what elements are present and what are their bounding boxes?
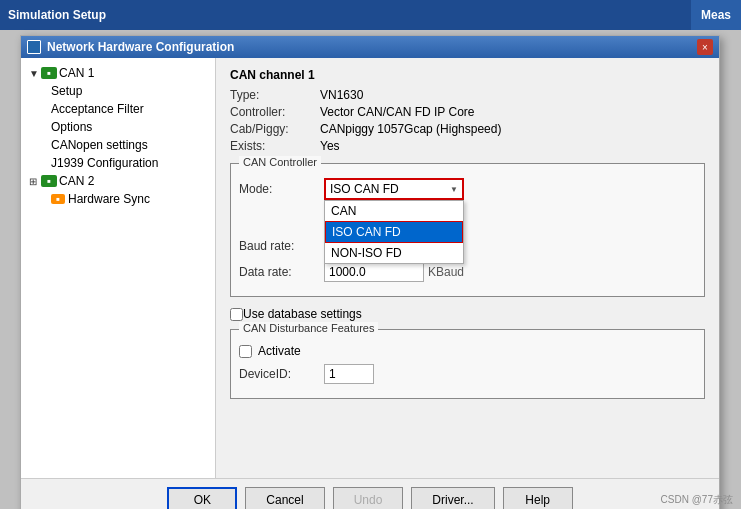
close-button[interactable]: ×: [697, 39, 713, 55]
taskbar: Simulation Setup Meas: [0, 0, 741, 30]
can2-icon: ■: [41, 175, 57, 187]
device-id-input[interactable]: [324, 364, 374, 384]
device-id-row: DeviceID:: [239, 364, 696, 384]
controller-value: Vector CAN/CAN FD IP Core: [320, 105, 475, 119]
data-rate-unit: KBaud: [428, 265, 464, 279]
activate-row: Activate: [239, 344, 696, 358]
tree-label-j1939: J1939 Configuration: [51, 156, 158, 170]
taskbar-title: Simulation Setup: [8, 8, 106, 22]
exists-value: Yes: [320, 139, 340, 153]
mode-dropdown-menu: CAN ISO CAN FD NON-ISO FD: [324, 200, 464, 264]
expand-can2[interactable]: ⊞: [29, 176, 41, 187]
watermark-text: CSDN @77赤弦: [661, 493, 733, 507]
activate-checkbox[interactable]: [239, 345, 252, 358]
disturbance-box: CAN Disturbance Features Activate Device…: [230, 329, 705, 399]
dialog-body: ▼ ■ CAN 1 Setup Acceptance Filter Option…: [21, 58, 719, 478]
dialog-icon: [27, 40, 41, 54]
option-iso-can-fd[interactable]: ISO CAN FD: [325, 221, 463, 243]
tree-item-hwsync[interactable]: ■ Hardware Sync: [49, 190, 209, 208]
tree-item-j1939[interactable]: J1939 Configuration: [49, 154, 209, 172]
info-row-type: Type: VN1630: [230, 88, 705, 102]
tree-label-acceptance: Acceptance Filter: [51, 102, 144, 116]
disturbance-title: CAN Disturbance Features: [239, 322, 378, 334]
dialog-titlebar: Network Hardware Configuration ×: [21, 36, 719, 58]
tree-label-can1: CAN 1: [59, 66, 94, 80]
mode-row: Mode: ISO CAN FD ▼ CAN ISO CAN FD: [239, 178, 696, 200]
use-db-label: Use database settings: [243, 307, 362, 321]
exists-label: Exists:: [230, 139, 320, 153]
tree-panel: ▼ ■ CAN 1 Setup Acceptance Filter Option…: [21, 58, 216, 478]
baud-row: Baud rate: KBaud: [239, 236, 696, 256]
mode-dropdown[interactable]: ISO CAN FD ▼: [324, 178, 464, 200]
device-id-label: DeviceID:: [239, 367, 324, 381]
controller-label: Controller:: [230, 105, 320, 119]
activate-label: Activate: [258, 344, 301, 358]
can-controller-section: CAN Controller Mode: ISO CAN FD ▼: [230, 163, 705, 399]
taskbar-right: Meas: [691, 0, 741, 30]
data-rate-input[interactable]: [324, 262, 424, 282]
tree-item-canopen[interactable]: CANopen settings: [49, 136, 209, 154]
option-can[interactable]: CAN: [325, 201, 463, 221]
controller-box: CAN Controller Mode: ISO CAN FD ▼: [230, 163, 705, 297]
option-non-iso-fd[interactable]: NON-ISO FD: [325, 243, 463, 263]
hwsync-icon: ■: [51, 194, 65, 204]
tree-label-options: Options: [51, 120, 92, 134]
dropdown-arrow: ▼: [450, 185, 458, 194]
mode-dropdown-container: ISO CAN FD ▼ CAN ISO CAN FD NON-ISO FD: [324, 178, 464, 200]
can1-icon: ■: [41, 67, 57, 79]
controller-box-title: CAN Controller: [239, 156, 321, 168]
tree-item-options[interactable]: Options: [49, 118, 209, 136]
data-rate-row: Data rate: KBaud: [239, 262, 696, 282]
tree-item-acceptance[interactable]: Acceptance Filter: [49, 100, 209, 118]
type-value: VN1630: [320, 88, 363, 102]
mode-selected-value: ISO CAN FD: [330, 182, 399, 196]
tree-label-setup: Setup: [51, 84, 82, 98]
tree-label-canopen: CANopen settings: [51, 138, 148, 152]
mode-label: Mode:: [239, 182, 324, 196]
type-label: Type:: [230, 88, 320, 102]
data-rate-label: Data rate:: [239, 265, 324, 279]
controller-form: Mode: ISO CAN FD ▼ CAN ISO CAN FD: [239, 178, 696, 282]
network-hardware-dialog: Network Hardware Configuration × ▼ ■ CAN…: [20, 35, 720, 509]
dialog-title: Network Hardware Configuration: [47, 40, 234, 54]
meas-button[interactable]: Meas: [691, 0, 741, 30]
tree-item-can2[interactable]: ⊞ ■ CAN 2: [27, 172, 209, 190]
info-row-cabpiggy: Cab/Piggy: CANpiggy 1057Gcap (Highspeed): [230, 122, 705, 136]
tree-item-setup[interactable]: Setup: [49, 82, 209, 100]
use-db-checkbox[interactable]: [230, 308, 243, 321]
tree-item-can1[interactable]: ▼ ■ CAN 1: [27, 64, 209, 82]
info-row-controller: Controller: Vector CAN/CAN FD IP Core: [230, 105, 705, 119]
use-db-row: Use database settings: [230, 307, 705, 321]
disturbance-content: Activate DeviceID:: [239, 344, 696, 384]
cabpiggy-value: CANpiggy 1057Gcap (Highspeed): [320, 122, 501, 136]
detail-panel: CAN channel 1 Type: VN1630 Controller: V…: [216, 58, 719, 478]
bottom-bar: CSDN @77赤弦: [0, 491, 741, 509]
expand-can1[interactable]: ▼: [29, 68, 41, 79]
tree-label-can2: CAN 2: [59, 174, 94, 188]
channel-title: CAN channel 1: [230, 68, 705, 82]
cabpiggy-label: Cab/Piggy:: [230, 122, 320, 136]
baud-label: Baud rate:: [239, 239, 324, 253]
tree-label-hwsync: Hardware Sync: [68, 192, 150, 206]
info-row-exists: Exists: Yes: [230, 139, 705, 153]
